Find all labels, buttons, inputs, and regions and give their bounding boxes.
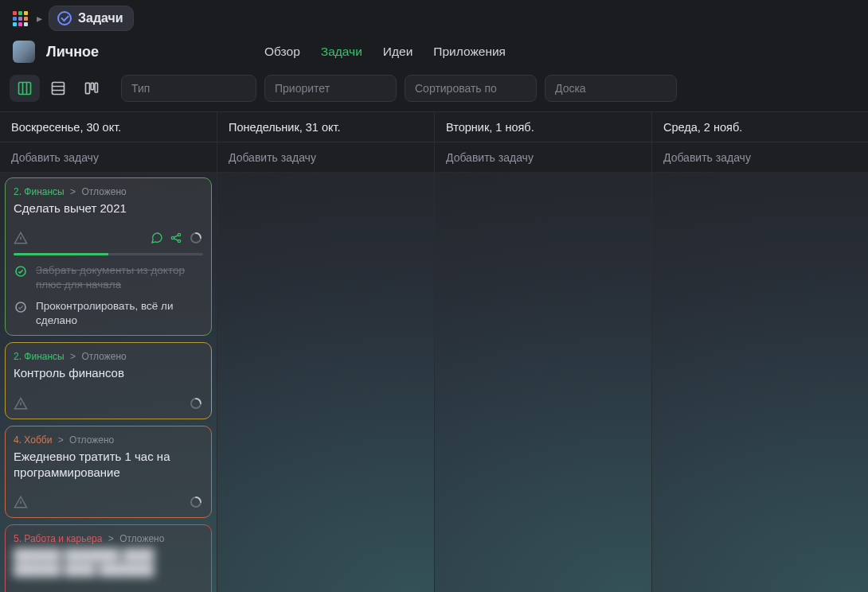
- tab-ideas[interactable]: Идеи: [383, 45, 412, 59]
- crumb-sep-icon: >: [70, 351, 76, 362]
- filter-sort-label: Сортировать по: [415, 82, 497, 95]
- card-breadcrumb: 2. Финансы > Отложено: [14, 351, 203, 362]
- view-board-icon[interactable]: [10, 75, 40, 102]
- svg-rect-2: [86, 83, 90, 93]
- card-progress: [14, 253, 203, 255]
- task-card[interactable]: 2. Финансы > Отложено Контроль финансов: [5, 342, 212, 419]
- view-list-icon[interactable]: [43, 75, 73, 102]
- filter-type[interactable]: Тип: [121, 75, 256, 102]
- warning-icon: [14, 495, 28, 509]
- progress-ring-icon[interactable]: [189, 231, 203, 245]
- column-body: [435, 173, 651, 592]
- filter-sort[interactable]: Сортировать по: [405, 75, 537, 102]
- view-timeline-icon[interactable]: [76, 75, 107, 102]
- share-icon[interactable]: [170, 232, 182, 244]
- filter-priority[interactable]: Приоритет: [264, 75, 397, 102]
- card-title: Сделать вычет 2021: [14, 201, 203, 216]
- progress-ring-icon[interactable]: [189, 495, 203, 509]
- card-subtasks: Забрать документы из доктор плюс для нач…: [14, 263, 203, 327]
- card-state: Отложено: [119, 533, 164, 544]
- card-category: 2. Финансы: [14, 351, 65, 362]
- column-body: 2. Финансы > Отложено Сделать вычет 2021: [0, 173, 217, 592]
- filter-board-label: Доска: [555, 82, 586, 95]
- crumb-sep-icon: >: [58, 434, 64, 446]
- card-breadcrumb: 2. Финансы > Отложено: [14, 186, 203, 197]
- board-column: Среда, 2 нояб. Добавить задачу: [652, 112, 868, 592]
- tab-tasks[interactable]: Задачи: [321, 45, 362, 59]
- card-title: Ежедневно тратить 1 час на программирова…: [14, 449, 203, 481]
- tab-apps[interactable]: Приложения: [433, 45, 506, 59]
- column-body: [652, 173, 868, 592]
- card-category: 4. Хобби: [14, 434, 52, 446]
- workspace-avatar[interactable]: [13, 41, 35, 63]
- warning-icon: [14, 396, 28, 411]
- svg-rect-1: [53, 83, 65, 95]
- svg-rect-3: [91, 83, 93, 89]
- filter-type-label: Тип: [131, 82, 150, 95]
- subtask-circle-icon: [14, 300, 28, 314]
- add-task-input[interactable]: Добавить задачу: [217, 142, 434, 173]
- column-body: [217, 173, 434, 592]
- card-state: Отложено: [81, 351, 126, 362]
- task-card[interactable]: 2. Финансы > Отложено Сделать вычет 2021: [5, 177, 212, 336]
- card-title-redacted: ██████ ███████ ████ ██████ ████ ███████: [14, 547, 203, 578]
- subtask-text: Проконтролировать, всё ли сделано: [36, 299, 203, 327]
- breadcrumb-current[interactable]: Задачи: [49, 6, 134, 31]
- crumb-sep-icon: >: [108, 533, 114, 544]
- column-header: Вторник, 1 нояб.: [435, 112, 651, 142]
- workspace-title: Личное: [46, 44, 99, 60]
- card-breadcrumb: 4. Хобби > Отложено: [14, 434, 203, 446]
- task-card[interactable]: 4. Хобби > Отложено Ежедневно тратить 1 …: [5, 426, 212, 519]
- breadcrumb-label: Задачи: [78, 11, 123, 25]
- app-launcher-icon[interactable]: [10, 8, 30, 29]
- task-card[interactable]: 5. Работа и карьера > Отложено ██████ ██…: [5, 524, 212, 592]
- breadcrumb-separator-icon: ▸: [37, 12, 42, 25]
- tab-overview[interactable]: Обзор: [264, 45, 300, 59]
- card-state: Отложено: [81, 186, 126, 197]
- subtask-item[interactable]: Забрать документы из доктор плюс для нач…: [14, 263, 203, 291]
- tasks-check-icon: [57, 11, 72, 25]
- board: Воскресенье, 30 окт. Добавить задачу 2. …: [0, 111, 868, 592]
- svg-rect-0: [19, 83, 31, 95]
- svg-rect-4: [95, 83, 97, 92]
- add-task-input[interactable]: Добавить задачу: [0, 142, 217, 173]
- subtask-check-icon: [14, 264, 28, 278]
- section-tabs: Обзор Задачи Идеи Приложения: [264, 45, 506, 59]
- add-task-input[interactable]: Добавить задачу: [435, 142, 651, 173]
- card-title: Контроль финансов: [14, 365, 203, 381]
- column-header: Понедельник, 31 окт.: [217, 112, 434, 142]
- card-category: 5. Работа и карьера: [14, 533, 102, 544]
- board-column: Понедельник, 31 окт. Добавить задачу: [217, 112, 435, 592]
- filter-board[interactable]: Доска: [545, 75, 677, 102]
- subtask-item[interactable]: Проконтролировать, всё ли сделано: [14, 299, 203, 327]
- column-header: Среда, 2 нояб.: [652, 112, 868, 142]
- crumb-sep-icon: >: [70, 186, 76, 197]
- filter-priority-label: Приоритет: [275, 82, 330, 95]
- column-header: Воскресенье, 30 окт.: [0, 112, 217, 142]
- card-category: 2. Финансы: [14, 186, 65, 197]
- board-column: Вторник, 1 нояб. Добавить задачу: [435, 112, 652, 592]
- board-column: Воскресенье, 30 окт. Добавить задачу 2. …: [0, 112, 217, 592]
- add-task-input[interactable]: Добавить задачу: [652, 142, 868, 173]
- warning-icon: [14, 231, 28, 245]
- subtask-text: Забрать документы из доктор плюс для нач…: [36, 263, 203, 291]
- card-state: Отложено: [69, 434, 114, 446]
- chat-icon[interactable]: [151, 232, 163, 244]
- card-breadcrumb: 5. Работа и карьера > Отложено: [14, 533, 203, 544]
- progress-ring-icon[interactable]: [189, 396, 203, 411]
